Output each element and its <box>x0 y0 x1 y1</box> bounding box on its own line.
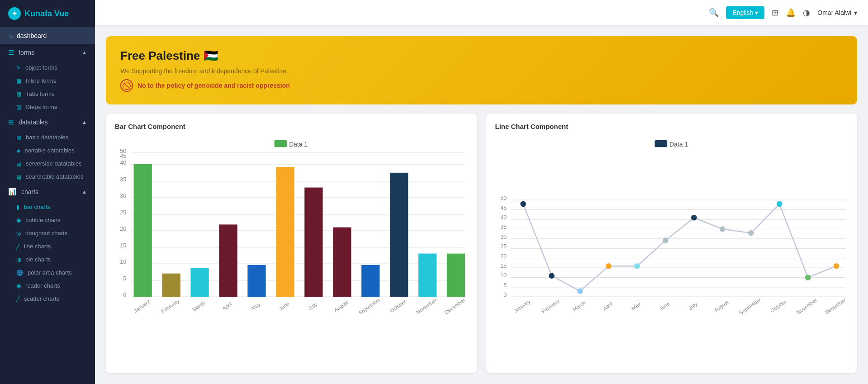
user-name: Omar Alalwi <box>817 9 851 16</box>
svg-text:25: 25 <box>500 243 507 250</box>
sidebar-item-inline-forms[interactable]: ▦ Inline forms <box>0 74 95 87</box>
user-menu[interactable]: Omar Alalwi ▾ <box>817 9 857 16</box>
svg-text:30: 30 <box>500 234 507 240</box>
language-chevron-icon: ▾ <box>755 9 758 16</box>
svg-text:December: December <box>444 297 466 315</box>
svg-text:February: February <box>541 298 560 314</box>
svg-text:Data 1: Data 1 <box>289 141 308 148</box>
polar-area-charts-icon: 🌐 <box>16 270 23 276</box>
svg-text:50: 50 <box>120 148 126 154</box>
sidebar-item-sortable-datatables[interactable]: ◈ sortable datatables <box>0 144 95 157</box>
bar-chart-title: Bar Chart Component <box>115 123 468 130</box>
svg-text:40: 40 <box>500 214 507 221</box>
svg-point-74 <box>606 263 612 269</box>
reader-charts-icon: ◉ <box>16 283 21 289</box>
sidebar: ✦ Kunafa Vue ⌂ dashboard ☰ forms ▲ ✎ obj… <box>0 0 95 384</box>
content-area: Free Palestine 🇵🇸 We Supporting the free… <box>95 25 868 384</box>
serverside-datatables-icon: ▤ <box>16 161 21 167</box>
search-icon[interactable]: 🔍 <box>709 8 719 18</box>
line-chart-title: Line Chart Component <box>495 123 849 130</box>
sidebar-item-tabs-forms[interactable]: ▤ Tabs forms <box>0 87 95 100</box>
warning-icon: 🚫 <box>120 79 133 92</box>
line-charts-icon: ╱ <box>16 243 19 250</box>
sidebar-item-doughnut-charts[interactable]: ◎ doughnut charts <box>0 227 95 240</box>
searchable-datatables-icon: ▤ <box>16 174 21 180</box>
sidebar-item-searchable-datatables[interactable]: ▤ searchable datatables <box>0 170 95 183</box>
svg-rect-23 <box>134 164 152 297</box>
notification-icon[interactable]: 🔔 <box>786 8 796 18</box>
svg-text:0: 0 <box>123 292 126 298</box>
svg-rect-47 <box>655 140 667 147</box>
sidebar-section-forms[interactable]: ☰ forms ▲ <box>0 44 95 61</box>
sortable-datatables-icon: ◈ <box>16 147 20 154</box>
inline-forms-label: Inline forms <box>26 77 56 84</box>
scatter-charts-label: scatter charts <box>24 295 59 302</box>
svg-text:July: July <box>307 301 318 311</box>
theme-icon[interactable]: ◑ <box>803 8 810 18</box>
sidebar-item-bar-charts[interactable]: ▮ bar charts <box>0 200 95 213</box>
svg-text:20: 20 <box>120 226 126 232</box>
svg-text:40: 40 <box>120 160 126 166</box>
svg-point-78 <box>719 226 725 232</box>
datatables-label: datatables <box>19 119 48 126</box>
svg-text:January: January <box>513 299 531 313</box>
main-area: 🔍 English ▾ ⊞ 🔔 ◑ Omar Alalwi ▾ Free Pal… <box>95 0 868 384</box>
svg-text:10: 10 <box>120 259 126 265</box>
svg-text:April: April <box>222 301 233 311</box>
sidebar-item-steps-forms[interactable]: ▥ Steps forms <box>0 100 95 114</box>
svg-point-76 <box>663 237 669 243</box>
forms-icon: ☰ <box>8 48 14 57</box>
svg-text:October: October <box>389 299 407 313</box>
tabs-forms-label: Tabs forms <box>26 90 55 97</box>
doughnut-charts-icon: ◎ <box>16 230 21 237</box>
pie-charts-icon: ◑ <box>16 256 21 263</box>
svg-text:45: 45 <box>500 205 507 211</box>
sidebar-item-scatter-charts[interactable]: ╱ scatter charts <box>0 292 95 305</box>
svg-rect-28 <box>276 167 294 297</box>
basic-datatables-icon: ▦ <box>16 134 21 141</box>
svg-text:November: November <box>415 297 438 315</box>
bubble-charts-label: bubble charts <box>25 217 61 223</box>
line-chart-area: Data 1 0 5 10 15 20 25 30 35 40 45 50 <box>495 136 849 364</box>
datatables-chevron: ▲ <box>82 119 87 125</box>
app-logo[interactable]: ✦ Kunafa Vue <box>0 0 95 27</box>
svg-point-80 <box>776 201 782 207</box>
svg-rect-30 <box>333 228 351 297</box>
charts-row: Bar Chart Component Data 1 0 5 10 15 20 … <box>106 114 857 373</box>
svg-text:June: June <box>278 301 290 312</box>
svg-text:15: 15 <box>120 242 126 249</box>
sidebar-section-datatables[interactable]: ⊞ datatables ▲ <box>0 114 95 131</box>
sidebar-item-line-charts[interactable]: ╱ line charts <box>0 240 95 253</box>
tabs-forms-icon: ▤ <box>16 91 21 97</box>
svg-rect-34 <box>447 254 465 297</box>
svg-text:December: December <box>824 297 846 315</box>
sidebar-item-polar-area-charts[interactable]: 🌐 polar area charts <box>0 266 95 279</box>
sidebar-item-pie-charts[interactable]: ◑ pie charts <box>0 253 95 266</box>
svg-text:25: 25 <box>120 209 126 216</box>
bar-chart-card: Bar Chart Component Data 1 0 5 10 15 20 … <box>106 114 477 373</box>
svg-point-75 <box>634 263 640 269</box>
svg-text:April: April <box>602 301 613 311</box>
sidebar-item-serverside-datatables[interactable]: ▤ serverside datatables <box>0 157 95 170</box>
banner-title: Free Palestine 🇵🇸 <box>120 49 843 63</box>
svg-text:November: November <box>796 297 818 315</box>
sidebar-item-basic-datatables[interactable]: ▦ basic datatables <box>0 131 95 144</box>
sidebar-item-bubble-charts[interactable]: ◉ bubble charts <box>0 213 95 227</box>
svg-rect-27 <box>247 265 266 297</box>
svg-point-73 <box>577 288 583 294</box>
sidebar-item-object-forms[interactable]: ✎ object forms <box>0 61 95 74</box>
svg-text:May: May <box>250 301 261 311</box>
language-label: English <box>732 9 753 16</box>
svg-text:50: 50 <box>500 195 507 201</box>
sidebar-item-dashboard[interactable]: ⌂ dashboard <box>0 27 95 44</box>
svg-text:35: 35 <box>500 224 507 230</box>
svg-point-72 <box>549 273 555 279</box>
svg-text:30: 30 <box>120 193 126 199</box>
sidebar-section-charts[interactable]: 📊 charts ▲ <box>0 183 95 200</box>
grid-icon[interactable]: ⊞ <box>772 8 778 18</box>
svg-point-77 <box>691 215 697 221</box>
sidebar-item-reader-charts[interactable]: ◉ reader charts <box>0 279 95 292</box>
language-button[interactable]: English ▾ <box>726 6 764 19</box>
svg-text:March: March <box>191 300 206 313</box>
datatables-submenu: ▦ basic datatables ◈ sortable datatables… <box>0 131 95 183</box>
